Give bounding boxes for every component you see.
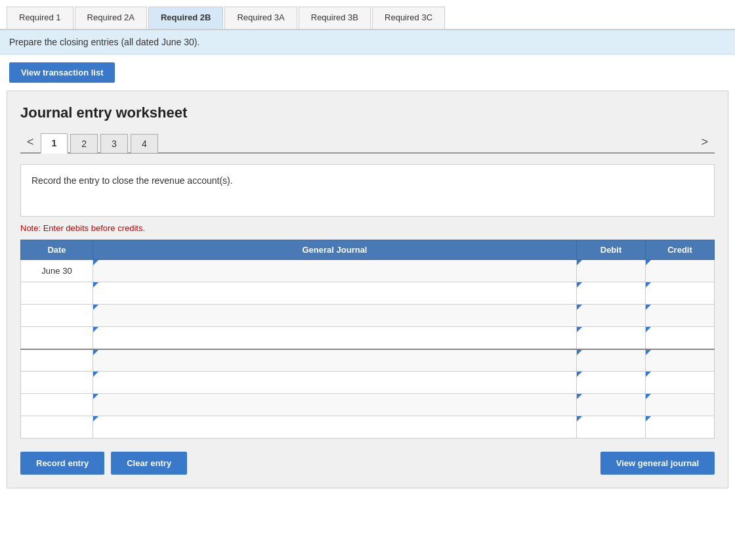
credit-cell[interactable] — [646, 327, 715, 349]
debit-cell[interactable] — [577, 349, 646, 372]
tab-required3c[interactable]: Required 3C — [372, 7, 445, 29]
debit-input[interactable] — [577, 372, 645, 393]
table-row: June 30 — [21, 260, 715, 282]
debit-input[interactable] — [577, 416, 645, 438]
action-buttons: Record entry Clear entry View general jo… — [20, 452, 715, 475]
credit-input[interactable] — [646, 327, 714, 349]
debit-cell[interactable] — [577, 372, 646, 394]
debit-input[interactable] — [577, 327, 645, 349]
debit-cell[interactable] — [577, 327, 646, 349]
journal-input[interactable] — [93, 305, 576, 326]
clear-entry-button[interactable]: Clear entry — [111, 452, 187, 475]
date-cell — [21, 416, 93, 439]
table-row — [21, 394, 715, 416]
table-row — [21, 349, 715, 372]
journal-input[interactable] — [93, 350, 576, 372]
view-general-journal-button[interactable]: View general journal — [600, 452, 715, 475]
debit-input[interactable] — [577, 282, 645, 304]
date-cell — [21, 305, 93, 327]
credit-input[interactable] — [646, 416, 714, 438]
nav-next-arrow[interactable]: > — [694, 133, 715, 152]
journal-cell[interactable] — [93, 372, 577, 394]
journal-cell[interactable] — [93, 282, 577, 305]
journal-input[interactable] — [93, 394, 576, 416]
journal-cell[interactable] — [93, 305, 577, 327]
credit-input[interactable] — [646, 305, 714, 326]
entry-tab-4[interactable]: 4 — [131, 134, 158, 153]
credit-cell[interactable] — [646, 282, 715, 305]
entry-tab-3[interactable]: 3 — [100, 134, 128, 153]
debit-input[interactable] — [577, 305, 645, 326]
entry-tab-2[interactable]: 2 — [70, 134, 98, 153]
tab-required2b[interactable]: Required 2B — [148, 7, 224, 29]
col-header-date: Date — [21, 240, 93, 260]
credit-input[interactable] — [646, 260, 714, 282]
journal-input[interactable] — [93, 372, 576, 393]
tab-required1[interactable]: Required 1 — [7, 7, 74, 29]
worksheet-container: Journal entry worksheet < 1 2 3 4 > Reco… — [7, 91, 728, 488]
journal-cell[interactable] — [93, 416, 577, 439]
tab-required3a[interactable]: Required 3A — [224, 7, 297, 29]
col-header-journal: General Journal — [93, 240, 577, 260]
credit-input[interactable] — [646, 282, 714, 304]
journal-input[interactable] — [93, 260, 576, 282]
tabs-container: Required 1 Required 2A Required 2B Requi… — [0, 0, 735, 30]
debit-input[interactable] — [577, 394, 645, 416]
tab-required2a[interactable]: Required 2A — [75, 7, 147, 29]
table-row — [21, 372, 715, 394]
view-transaction-button[interactable]: View transaction list — [9, 62, 115, 83]
journal-input[interactable] — [93, 282, 576, 304]
credit-input[interactable] — [646, 372, 714, 393]
table-row — [21, 416, 715, 439]
debit-input[interactable] — [577, 350, 645, 372]
note-text: Note: Enter debits before credits. — [20, 223, 715, 233]
date-cell — [21, 349, 93, 372]
entry-navigation: < 1 2 3 4 > — [20, 132, 715, 154]
credit-input[interactable] — [646, 394, 714, 416]
instruction-text: Prepare the closing entries (all dated J… — [9, 37, 200, 47]
debit-cell[interactable] — [577, 394, 646, 416]
debit-input[interactable] — [577, 260, 645, 282]
credit-cell[interactable] — [646, 394, 715, 416]
debit-cell[interactable] — [577, 416, 646, 439]
debit-cell[interactable] — [577, 282, 646, 305]
nav-prev-arrow[interactable]: < — [20, 133, 41, 152]
col-header-debit: Debit — [577, 240, 646, 260]
date-cell — [21, 282, 93, 305]
worksheet-title: Journal entry worksheet — [20, 104, 715, 121]
journal-input[interactable] — [93, 416, 576, 438]
journal-table: Date General Journal Debit Credit June 3… — [20, 240, 715, 439]
credit-cell[interactable] — [646, 305, 715, 327]
journal-cell[interactable] — [93, 327, 577, 349]
credit-cell[interactable] — [646, 260, 715, 282]
record-entry-button[interactable]: Record entry — [20, 452, 104, 475]
date-cell — [21, 394, 93, 416]
instructions-text: Record the entry to close the revenue ac… — [32, 175, 233, 186]
tab-required3b[interactable]: Required 3B — [299, 7, 371, 29]
instruction-bar: Prepare the closing entries (all dated J… — [0, 30, 735, 54]
credit-cell[interactable] — [646, 372, 715, 394]
instructions-box: Record the entry to close the revenue ac… — [20, 164, 715, 217]
credit-input[interactable] — [646, 350, 714, 372]
credit-cell[interactable] — [646, 349, 715, 372]
debit-cell[interactable] — [577, 305, 646, 327]
table-row — [21, 327, 715, 349]
journal-cell[interactable] — [93, 349, 577, 372]
col-header-credit: Credit — [646, 240, 715, 260]
journal-cell[interactable] — [93, 394, 577, 416]
table-row — [21, 282, 715, 305]
credit-cell[interactable] — [646, 416, 715, 439]
journal-cell[interactable] — [93, 260, 577, 282]
debit-cell[interactable] — [577, 260, 646, 282]
date-cell — [21, 372, 93, 394]
date-cell — [21, 327, 93, 349]
entry-tab-1[interactable]: 1 — [41, 133, 68, 154]
table-row — [21, 305, 715, 327]
journal-input[interactable] — [93, 327, 576, 349]
date-cell: June 30 — [21, 260, 93, 282]
